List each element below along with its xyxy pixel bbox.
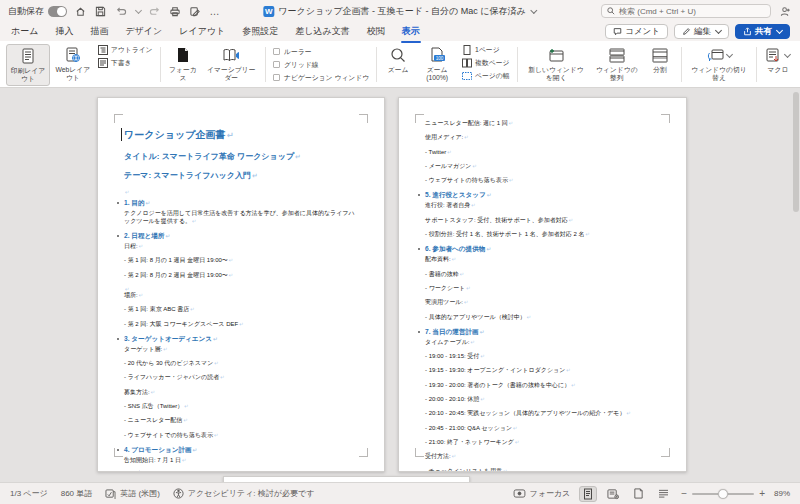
focus-toggle[interactable]: フォーカス — [513, 488, 571, 499]
comments-button[interactable]: コメント — [605, 24, 668, 39]
search-icon — [607, 7, 615, 15]
save-icon[interactable] — [94, 5, 107, 18]
paragraph-body: 日程: — [124, 243, 358, 251]
switch-windows-button[interactable]: ウィンドウの切り替え — [687, 44, 751, 84]
immersive-reader-label: イマーシブリーダー — [205, 66, 257, 82]
arrange-all-button[interactable]: ウィンドウの整列 — [592, 44, 642, 84]
print-icon[interactable] — [168, 5, 181, 18]
document-title-area[interactable]: W ワークショップ企画書 - 互換モード - 自分の Mac に保存済み — [263, 0, 536, 22]
tab-draw[interactable]: 描画 — [89, 23, 109, 40]
home-icon[interactable] — [74, 5, 87, 18]
web-layout-button[interactable]: Webレイアウト — [52, 44, 94, 84]
split-button[interactable]: 分割 — [644, 44, 676, 76]
zoom-percentage[interactable]: 89% — [774, 489, 790, 498]
redo-icon[interactable] — [148, 5, 161, 18]
style-copy-icon[interactable] — [188, 5, 201, 18]
draft-view-button[interactable]: 下書き — [98, 58, 153, 68]
accessibility-icon — [173, 488, 184, 499]
tab-layout[interactable]: レイアウト — [178, 23, 226, 40]
page-width-button[interactable]: ページの幅 — [462, 71, 509, 81]
paragraph-body: ニュースレター配信: 週に 1 回 — [425, 120, 660, 128]
zoom-in-button[interactable]: + — [759, 489, 765, 499]
more-commands-icon[interactable]: … — [208, 5, 221, 18]
immersive-reader-button[interactable]: イマーシブリーダー — [202, 44, 260, 84]
tab-mailings[interactable]: 差し込み文書 — [294, 23, 350, 40]
checkbox-navigation-pane[interactable]: ナビゲーション ウィンドウ — [273, 73, 369, 83]
tab-home[interactable]: ホーム — [10, 23, 39, 40]
paragraph-body: - SNS 広告（Twitter） — [124, 403, 358, 411]
word-count[interactable]: 860 単語 — [61, 488, 93, 499]
document-page-3-edge[interactable] — [223, 476, 470, 482]
crop-mark — [415, 114, 424, 123]
macros-button[interactable]: マクロ — [762, 44, 794, 76]
zoom-button[interactable]: ズーム — [382, 44, 414, 76]
vertical-scrollbar[interactable] — [793, 92, 799, 212]
view-mobile-icon — [607, 488, 619, 500]
crop-mark — [359, 114, 368, 123]
autosave-control[interactable]: 自動保存 — [8, 5, 67, 18]
checkbox-ruler[interactable]: ルーラー — [273, 47, 369, 57]
paragraph-body: - 第 2 回: 8 月の 2 週目 金曜日 19:00〜 — [124, 272, 358, 280]
undo-icon[interactable] — [114, 5, 127, 18]
autosave-label: 自動保存 — [8, 5, 44, 18]
zoom-slider-knob[interactable] — [718, 489, 728, 499]
paragraph-body: - ニュースレター配信 — [124, 417, 358, 425]
paragraph-body: - 第 2 回: 大阪 コワーキングスペース DEF — [124, 321, 358, 329]
new-window-label: 新しいウィンドウを開く — [525, 66, 586, 82]
paragraph-body: - 21:00: 終了・ネットワーキング — [425, 439, 660, 447]
ribbon-tabs: ホーム挿入描画デザインレイアウト参照設定差し込み文書校閲表示 — [10, 22, 421, 41]
autosave-toggle[interactable] — [48, 6, 67, 17]
presence-share-icon[interactable] — [779, 5, 792, 18]
tab-view[interactable]: 表示 — [401, 23, 421, 40]
statusbar: 1/3 ページ 860 単語 英語 (米国) アクセシビリティ: 検討が必要です… — [0, 482, 800, 504]
zoom-100-button[interactable]: 100 ズーム (100%) — [416, 44, 458, 84]
macros-icon — [766, 48, 782, 63]
one-page-button[interactable]: 1ページ — [462, 45, 509, 55]
view-web-layout-button[interactable] — [629, 486, 647, 502]
print-layout-button[interactable]: 印刷レイアウト — [6, 44, 50, 86]
view-outline-button[interactable] — [654, 486, 672, 502]
word-app-icon: W — [263, 6, 274, 17]
document-page-2[interactable]: ニュースレター配信: 週に 1 回使用メディア:- Twitter- メールマガ… — [398, 97, 687, 472]
proofing-status[interactable]: 英語 (米国) — [105, 488, 160, 499]
tab-review[interactable]: 校閲 — [366, 23, 386, 40]
document-canvas[interactable]: ワークショップ企画書タイトル: スマートライフ革命 ワークショップテーマ: スマ… — [0, 88, 800, 482]
language-label: 英語 (米国) — [120, 488, 160, 499]
print-layout-label: 印刷レイアウト — [10, 67, 46, 83]
ribbon-tab-row: ホーム挿入描画デザインレイアウト参照設定差し込み文書校閲表示 コメント 編集 共… — [0, 22, 800, 41]
paragraph-title: ワークショップ企画書 — [124, 128, 358, 142]
view-mobile-button[interactable] — [604, 486, 622, 502]
paragraph-h2: 6. 参加者への提供物 — [425, 245, 660, 254]
search-input[interactable]: 検索 (Cmd + Ctrl + U) — [601, 4, 771, 18]
focus-mode-button[interactable]: フォーカス — [165, 44, 200, 84]
macros-label: マクロ — [768, 66, 789, 74]
tab-insert[interactable]: 挿入 — [54, 23, 74, 40]
page-count[interactable]: 1/3 ページ — [10, 488, 48, 499]
document-page-1[interactable]: ワークショップ企画書タイトル: スマートライフ革命 ワークショップテーマ: スマ… — [97, 97, 385, 472]
edit-mode-button[interactable]: 編集 — [674, 24, 729, 39]
accessibility-status[interactable]: アクセシビリティ: 検討が必要です — [173, 488, 315, 499]
share-button[interactable]: 共有 — [735, 24, 790, 39]
zoom-slider[interactable] — [692, 493, 754, 495]
multiple-pages-button[interactable]: 複数ページ — [462, 58, 509, 68]
focus-mode-label: フォーカス — [168, 66, 197, 82]
view-print-layout-button[interactable] — [579, 486, 597, 502]
undo-dropdown-icon[interactable] — [135, 6, 142, 13]
paragraph-h2: 3. ターゲットオーディエンス — [124, 335, 358, 344]
page-width-label: ページの幅 — [475, 71, 509, 81]
checkbox-box — [273, 74, 280, 81]
checkbox-gridlines[interactable]: グリッド線 — [273, 60, 369, 70]
tab-references[interactable]: 参照設定 — [241, 23, 279, 40]
paragraph-h2: 2. 日程と場所 — [124, 232, 358, 241]
outline-view-button[interactable]: アウトライン — [98, 45, 153, 55]
paragraph-body: - 第 1 回: 8 月の 1 週目 金曜日 19:00〜 — [124, 257, 358, 265]
comments-label: コメント — [625, 26, 660, 38]
new-window-button[interactable]: 新しいウィンドウを開く — [522, 44, 589, 84]
tab-design[interactable]: デザイン — [124, 23, 163, 40]
page-width-icon — [462, 71, 472, 81]
zoom-out-button[interactable]: − — [681, 489, 687, 499]
checkbox-label: ルーラー — [284, 47, 312, 57]
paragraph-body: 募集方法: — [124, 389, 358, 397]
zoom-control[interactable]: − + — [681, 489, 765, 499]
view-print-layout-icon — [583, 488, 593, 500]
